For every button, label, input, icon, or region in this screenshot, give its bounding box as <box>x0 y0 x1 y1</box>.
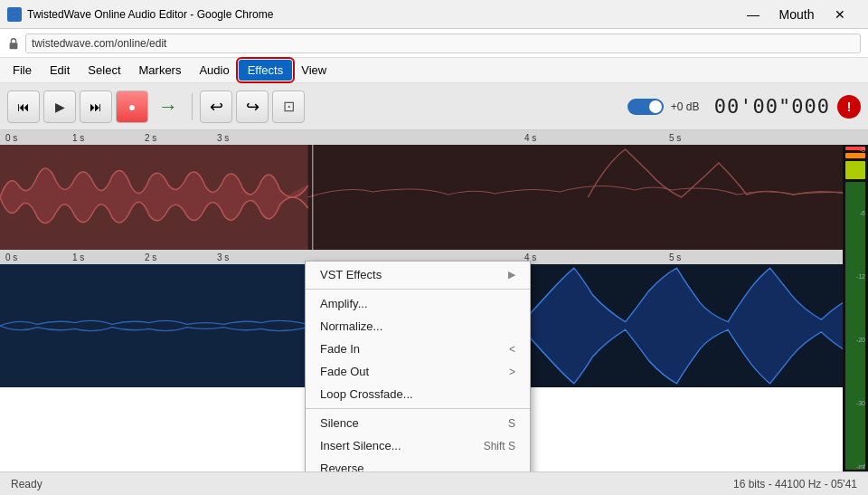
effects-dropdown: VST Effects ▶ Amplify... Normalize... Fa… <box>305 261 531 471</box>
menu-bar: File Edit Select Markers Audio Effects V… <box>0 58 868 83</box>
dd-fade-out-label: Fade Out <box>320 365 369 378</box>
dd-sep-1 <box>306 289 530 290</box>
dd-reverse[interactable]: Reverse <box>306 457 530 471</box>
app-icon <box>7 7 22 22</box>
play-button[interactable]: ▶ <box>43 90 76 123</box>
maximize-button[interactable]: Mouth <box>776 0 817 29</box>
skip-forward-button[interactable]: ⏭ <box>80 90 112 123</box>
dd-fade-out-shortcut: > <box>509 366 515 378</box>
dd-fade-in-label: Fade In <box>320 342 360 356</box>
volume-toggle[interactable] <box>627 99 664 115</box>
redo-button[interactable]: ↪ <box>236 90 269 123</box>
title-bar: TwistedWave Online Audio Editor - Google… <box>0 0 868 29</box>
top-waveform <box>0 145 868 250</box>
dd-normalize[interactable]: Normalize... <box>306 315 530 338</box>
vu-meter: -0 -6 -12 -20 -30 -inf <box>843 145 868 471</box>
record-button[interactable]: ● <box>116 90 148 123</box>
dd-insert-silence-shortcut: Shift S <box>484 440 515 452</box>
vu-label-6: -6 <box>856 210 865 216</box>
alert-button[interactable]: ! <box>837 95 861 119</box>
menu-edit[interactable]: Edit <box>41 60 79 81</box>
main-area: 0 s 1 s 2 s 3 s 4 s 5 s <box>0 130 868 471</box>
dd-silence-label: Silence <box>320 416 359 430</box>
address-bar <box>0 29 868 58</box>
menu-select[interactable]: Select <box>79 60 129 81</box>
menu-audio[interactable]: Audio <box>190 60 238 81</box>
dd-normalize-label: Normalize... <box>320 319 382 333</box>
dd-fade-in[interactable]: Fade In < <box>306 338 530 360</box>
vu-label-0: -0 <box>856 147 865 153</box>
snap-button[interactable]: ⊡ <box>272 90 305 123</box>
title-bar-left: TwistedWave Online Audio Editor - Google… <box>7 7 273 22</box>
title-bar-controls: — Mouth ✕ <box>732 0 861 29</box>
dd-silence[interactable]: Silence S <box>306 412 530 434</box>
address-input[interactable] <box>25 33 861 53</box>
vu-label-inf: -inf <box>856 463 865 470</box>
dd-vst-effects[interactable]: VST Effects ▶ <box>306 263 530 286</box>
toolbar: ⏮ ▶ ⏭ ● → ↩ ↪ ⊡ +0 dB 00'00"000 ! <box>0 83 868 130</box>
menu-effects[interactable]: Effects <box>239 60 293 81</box>
dd-fade-in-shortcut: < <box>509 343 515 356</box>
skip-back-button[interactable]: ⏮ <box>7 90 40 123</box>
dd-loop-crossfade-label: Loop Crossfade... <box>320 387 413 401</box>
dd-vst-effects-label: VST Effects <box>320 268 382 281</box>
db-display: +0 dB <box>671 100 707 113</box>
dd-silence-shortcut: S <box>508 417 515 430</box>
dd-loop-crossfade[interactable]: Loop Crossfade... <box>306 383 530 405</box>
volume-section: +0 dB 00'00"000 ! <box>627 95 861 119</box>
menu-view[interactable]: View <box>292 60 335 81</box>
minimize-button[interactable]: — <box>732 0 774 29</box>
menu-markers[interactable]: Markers <box>130 60 191 81</box>
svg-rect-5 <box>0 264 308 387</box>
arrow-right-button[interactable]: → <box>152 90 184 123</box>
status-bar: Ready 16 bits - 44100 Hz - 05'41 <box>0 471 868 495</box>
top-ruler: 0 s 1 s 2 s 3 s 4 s 5 s <box>0 130 868 145</box>
dd-amplify-label: Amplify... <box>320 297 368 310</box>
time-display: 00'00"000 <box>714 95 830 118</box>
vu-label-20: -20 <box>856 337 865 343</box>
close-button[interactable]: ✕ <box>819 0 861 29</box>
svg-rect-0 <box>10 43 18 49</box>
window-title: TwistedWave Online Audio Editor - Google… <box>27 8 273 21</box>
toolbar-separator-1 <box>192 93 193 120</box>
vu-label-30: -30 <box>856 400 865 406</box>
dd-vst-effects-arrow: ▶ <box>508 269 515 281</box>
dd-insert-silence-label: Insert Silence... <box>320 439 401 452</box>
dd-insert-silence[interactable]: Insert Silence... Shift S <box>306 434 530 457</box>
vu-label-12: -12 <box>856 273 865 280</box>
lock-icon <box>7 37 20 50</box>
dd-sep-2 <box>306 408 530 409</box>
dd-fade-out[interactable]: Fade Out > <box>306 360 530 383</box>
dd-amplify[interactable]: Amplify... <box>306 292 530 315</box>
status-ready: Ready <box>11 478 42 490</box>
dd-reverse-label: Reverse <box>320 462 363 471</box>
menu-file[interactable]: File <box>4 60 41 81</box>
undo-button[interactable]: ↩ <box>200 90 232 123</box>
status-info: 16 bits - 44100 Hz - 05'41 <box>733 478 857 490</box>
